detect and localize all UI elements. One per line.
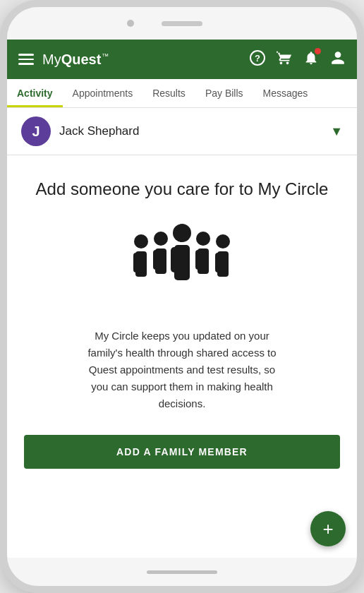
tab-activity[interactable]: Activity xyxy=(7,79,63,107)
add-family-button[interactable]: ADD A FAMILY MEMBER xyxy=(24,435,340,469)
user-icon[interactable] xyxy=(330,50,346,69)
svg-point-14 xyxy=(196,232,210,246)
header-right: ? xyxy=(250,50,346,69)
user-selector[interactable]: J Jack Shephard ▼ xyxy=(7,108,357,155)
circle-description: My Circle keeps you updated on your fami… xyxy=(80,328,284,412)
chevron-down-icon: ▼ xyxy=(330,124,343,139)
family-icon xyxy=(126,220,238,308)
svg-point-6 xyxy=(154,232,168,246)
home-bar xyxy=(147,570,217,574)
svg-point-18 xyxy=(216,234,230,248)
svg-rect-13 xyxy=(178,247,186,272)
svg-rect-5 xyxy=(139,253,145,272)
svg-point-10 xyxy=(173,224,191,242)
menu-icon[interactable] xyxy=(18,54,34,65)
help-icon[interactable]: ? xyxy=(250,50,265,69)
camera xyxy=(127,20,134,27)
main-content: Add someone you care for to My Circle xyxy=(7,155,357,558)
notification-badge xyxy=(315,48,321,54)
app-logo: MyQuest™ xyxy=(42,52,109,68)
svg-rect-20 xyxy=(215,253,221,272)
avatar: J xyxy=(21,116,51,146)
user-name: Jack Shephard xyxy=(59,124,322,138)
tab-pay-bills[interactable]: Pay Bills xyxy=(195,79,253,107)
svg-point-2 xyxy=(134,234,148,248)
svg-rect-21 xyxy=(221,253,226,272)
svg-rect-8 xyxy=(153,250,159,270)
logo-quest: Quest xyxy=(61,52,102,67)
header-left: MyQuest™ xyxy=(18,52,109,68)
tab-appointments[interactable]: Appointments xyxy=(63,79,143,107)
screen: MyQuest™ ? xyxy=(7,40,357,558)
logo-tm: ™ xyxy=(102,52,109,60)
svg-rect-4 xyxy=(133,253,139,272)
svg-rect-17 xyxy=(201,250,207,270)
phone-top xyxy=(7,7,357,40)
tab-results[interactable]: Results xyxy=(142,79,195,107)
cart-icon[interactable] xyxy=(277,50,292,69)
phone-shell: MyQuest™ ? xyxy=(0,0,364,593)
svg-text:?: ? xyxy=(255,53,260,64)
fab-button[interactable]: + xyxy=(310,511,346,546)
nav-tabs: Activity Appointments Results Pay Bills … xyxy=(7,79,357,108)
page-title: Add someone you care for to My Circle xyxy=(36,178,329,200)
logo-my: My xyxy=(42,52,61,67)
svg-rect-9 xyxy=(159,250,164,270)
app-header: MyQuest™ ? xyxy=(7,40,357,79)
bell-icon[interactable] xyxy=(303,50,319,69)
phone-bottom xyxy=(7,558,357,586)
svg-rect-16 xyxy=(195,250,201,270)
speaker xyxy=(162,21,202,26)
tab-messages[interactable]: Messages xyxy=(253,79,318,107)
